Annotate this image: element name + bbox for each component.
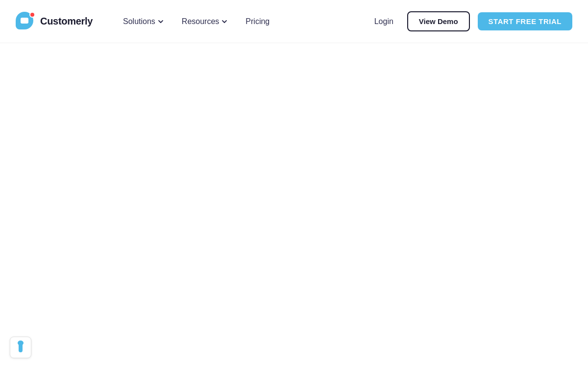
view-demo-button[interactable]: View Demo <box>407 11 470 31</box>
nav-right: Login View Demo START FREE TRIAL <box>368 11 572 31</box>
solutions-chevron-icon <box>157 18 164 25</box>
logo-notification-badge <box>29 12 35 18</box>
resources-chevron-icon <box>221 18 228 25</box>
resources-label: Resources <box>182 17 219 26</box>
nav-pricing[interactable]: Pricing <box>239 13 276 30</box>
login-button[interactable]: Login <box>368 13 399 30</box>
main-content <box>0 43 588 368</box>
bottom-widget[interactable] <box>10 337 31 358</box>
nav-resources[interactable]: Resources <box>175 13 235 30</box>
nav-menu: Solutions Resources Pricing <box>116 13 276 30</box>
logo-icon <box>16 12 35 31</box>
start-trial-button[interactable]: START FREE TRIAL <box>478 12 572 30</box>
navbar: Customerly Solutions Resources <box>0 0 588 43</box>
brand-name: Customerly <box>40 16 93 27</box>
nav-left: Customerly Solutions Resources <box>16 12 276 31</box>
widget-pin-icon <box>19 342 23 352</box>
pricing-label: Pricing <box>245 17 270 26</box>
nav-solutions[interactable]: Solutions <box>116 13 171 30</box>
logo-link[interactable]: Customerly <box>16 12 93 31</box>
solutions-label: Solutions <box>123 17 155 26</box>
